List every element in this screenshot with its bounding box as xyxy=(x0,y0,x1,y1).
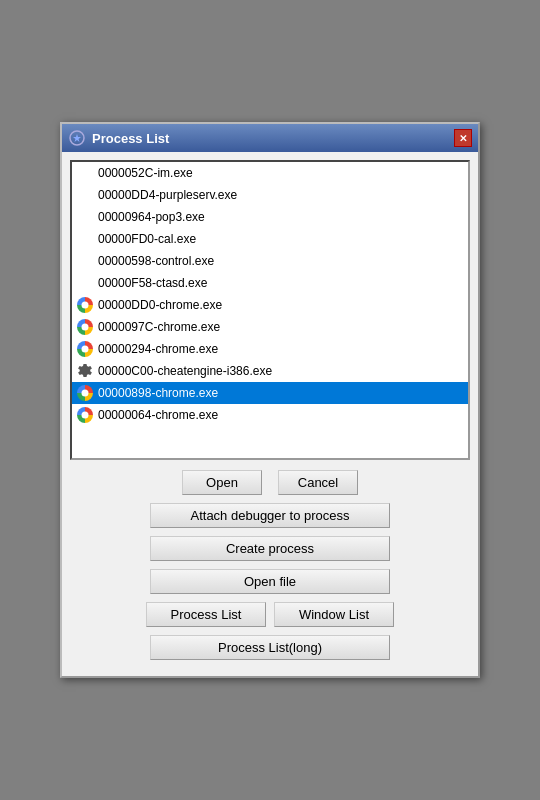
no-icon xyxy=(76,274,94,292)
list-item-name: 00000064-chrome.exe xyxy=(98,408,218,422)
dialog-body: 0000052C-im.exe00000DD4-purpleserv.exe00… xyxy=(62,152,478,676)
chrome-icon xyxy=(76,406,94,424)
close-button[interactable]: ✕ xyxy=(454,129,472,147)
list-item[interactable]: 00000898-chrome.exe xyxy=(72,382,468,404)
list-item-name: 00000898-chrome.exe xyxy=(98,386,218,400)
no-icon xyxy=(76,252,94,270)
list-item-name: 0000052C-im.exe xyxy=(98,166,193,180)
cancel-button[interactable]: Cancel xyxy=(278,470,358,495)
open-file-row: Open file xyxy=(70,569,470,594)
list-item-name: 00000DD0-chrome.exe xyxy=(98,298,222,312)
list-item[interactable]: 0000097C-chrome.exe xyxy=(72,316,468,338)
dialog-title: Process List xyxy=(92,131,169,146)
no-icon xyxy=(76,164,94,182)
list-item[interactable]: 00000294-chrome.exe xyxy=(72,338,468,360)
create-process-row: Create process xyxy=(70,536,470,561)
list-item-name: 00000964-pop3.exe xyxy=(98,210,205,224)
list-item[interactable]: 00000DD4-purpleserv.exe xyxy=(72,184,468,206)
list-item[interactable]: 00000064-chrome.exe xyxy=(72,404,468,426)
attach-debugger-button[interactable]: Attach debugger to process xyxy=(150,503,390,528)
no-icon xyxy=(76,208,94,226)
process-list-long-button[interactable]: Process List(long) xyxy=(150,635,390,660)
open-file-button[interactable]: Open file xyxy=(150,569,390,594)
list-item[interactable]: 0000052C-im.exe xyxy=(72,162,468,184)
process-list-button[interactable]: Process List xyxy=(146,602,266,627)
list-item[interactable]: 00000FD0-cal.exe xyxy=(72,228,468,250)
dialog-icon xyxy=(68,129,86,147)
chrome-icon xyxy=(76,296,94,314)
open-button[interactable]: Open xyxy=(182,470,262,495)
list-item[interactable]: 00000F58-ctasd.exe xyxy=(72,272,468,294)
list-item-name: 00000F58-ctasd.exe xyxy=(98,276,207,290)
window-list-button[interactable]: Window List xyxy=(274,602,394,627)
title-bar-left: Process List xyxy=(68,129,169,147)
process-list-long-row: Process List(long) xyxy=(70,635,470,660)
process-list-container[interactable]: 0000052C-im.exe00000DD4-purpleserv.exe00… xyxy=(70,160,470,460)
list-item[interactable]: 00000DD0-chrome.exe xyxy=(72,294,468,316)
list-item[interactable]: 00000C00-cheatengine-i386.exe xyxy=(72,360,468,382)
attach-debugger-row: Attach debugger to process xyxy=(70,503,470,528)
no-icon xyxy=(76,186,94,204)
create-process-button[interactable]: Create process xyxy=(150,536,390,561)
list-item[interactable]: 00000964-pop3.exe xyxy=(72,206,468,228)
list-item-name: 00000FD0-cal.exe xyxy=(98,232,196,246)
process-list-dialog: Process List ✕ 0000052C-im.exe00000DD4-p… xyxy=(60,122,480,678)
list-item-name: 0000097C-chrome.exe xyxy=(98,320,220,334)
no-icon xyxy=(76,230,94,248)
list-item-name: 00000294-chrome.exe xyxy=(98,342,218,356)
gear-icon xyxy=(76,362,94,380)
list-buttons-row: Process List Window List xyxy=(70,602,470,627)
chrome-icon xyxy=(76,318,94,336)
open-cancel-row: Open Cancel xyxy=(70,470,470,495)
list-item-name: 00000598-control.exe xyxy=(98,254,214,268)
title-bar: Process List ✕ xyxy=(62,124,478,152)
chrome-icon xyxy=(76,340,94,358)
list-item-name: 00000C00-cheatengine-i386.exe xyxy=(98,364,272,378)
list-item-name: 00000DD4-purpleserv.exe xyxy=(98,188,237,202)
list-item[interactable]: 00000598-control.exe xyxy=(72,250,468,272)
chrome-icon xyxy=(76,384,94,402)
